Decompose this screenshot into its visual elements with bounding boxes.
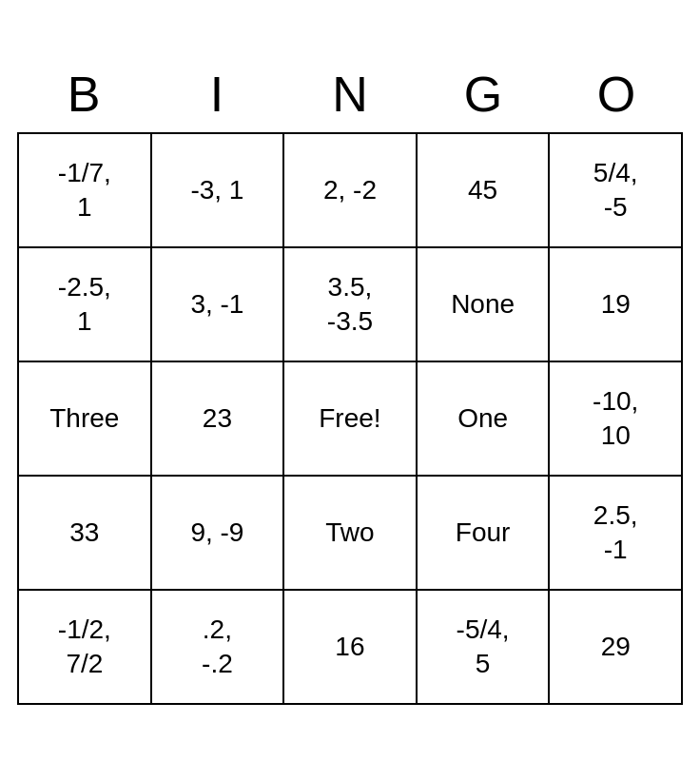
cell-r4-c0: -1/2,7/2	[18, 590, 151, 704]
cell-r1-c1: 3, -1	[151, 247, 283, 361]
cell-r3-c1: 9, -9	[151, 476, 283, 590]
cell-r3-c0: 33	[18, 476, 151, 590]
cell-r1-c0: -2.5,1	[18, 247, 151, 361]
cell-r2-c2: Free!	[283, 361, 417, 476]
cell-r2-c4: -10,10	[549, 361, 682, 476]
table-row: 339, -9TwoFour2.5,-1	[18, 476, 682, 590]
cell-r0-c3: 45	[417, 133, 550, 247]
header-b: B	[17, 56, 150, 132]
cell-r2-c0: Three	[18, 361, 151, 476]
cell-r4-c4: 29	[549, 590, 682, 704]
cell-r0-c1: -3, 1	[151, 133, 283, 247]
table-row: Three23Free!One-10,10	[18, 361, 682, 476]
cell-r3-c3: Four	[417, 476, 550, 590]
header-n: N	[283, 56, 417, 132]
cell-r4-c1: .2,-.2	[151, 590, 283, 704]
table-row: -1/2,7/2.2,-.216-5/4,529	[18, 590, 682, 704]
cell-r0-c0: -1/7,1	[18, 133, 151, 247]
cell-r3-c4: 2.5,-1	[549, 476, 682, 590]
table-row: -2.5,13, -13.5,-3.5None19	[18, 247, 682, 361]
cell-r1-c4: 19	[549, 247, 682, 361]
header-g: G	[417, 56, 550, 132]
bingo-header: B I N G O	[17, 56, 683, 132]
cell-r1-c3: None	[417, 247, 550, 361]
cell-r2-c1: 23	[151, 361, 283, 476]
cell-r3-c2: Two	[283, 476, 417, 590]
cell-r4-c2: 16	[283, 590, 417, 704]
header-o: O	[550, 56, 683, 132]
header-i: I	[150, 56, 283, 132]
cell-r0-c4: 5/4,-5	[549, 133, 682, 247]
cell-r2-c3: One	[417, 361, 550, 476]
table-row: -1/7,1-3, 12, -2455/4,-5	[18, 133, 682, 247]
cell-r4-c3: -5/4,5	[417, 590, 550, 704]
cell-r1-c2: 3.5,-3.5	[283, 247, 417, 361]
bingo-grid: -1/7,1-3, 12, -2455/4,-5-2.5,13, -13.5,-…	[17, 132, 683, 705]
cell-r0-c2: 2, -2	[283, 133, 417, 247]
